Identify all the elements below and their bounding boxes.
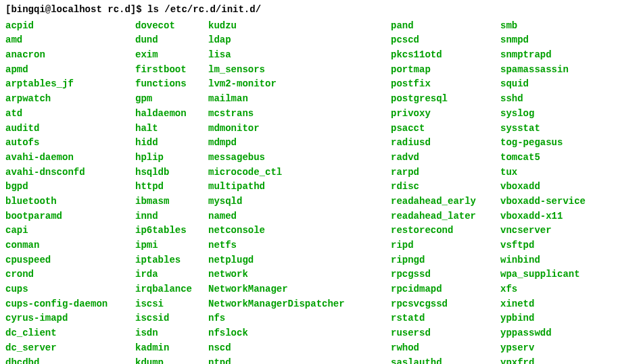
file-entry: nscd <box>208 341 391 356</box>
file-entry: conman <box>5 238 135 253</box>
file-entry: ipmi <box>135 238 208 253</box>
file-entry: vsftpd <box>500 238 613 253</box>
file-entry: lm_sensors <box>208 63 391 78</box>
file-entry: NetworkManagerDispatcher <box>208 297 391 312</box>
file-entry: halt <box>135 122 208 136</box>
file-entry: mcstrans <box>208 107 391 122</box>
file-entry: iscsid <box>135 311 208 326</box>
file-entry: netfs <box>208 238 391 253</box>
file-entry: rarpd <box>391 165 500 180</box>
file-entry: hidd <box>135 136 208 151</box>
file-entry: pcscd <box>391 33 500 48</box>
file-entry: iscsi <box>135 297 208 312</box>
file-entry: psacct <box>391 122 500 136</box>
file-entry: vboxadd-x11 <box>500 209 613 224</box>
file-entry: haldaemon <box>135 107 208 122</box>
file-entry: mailman <box>208 92 391 107</box>
file-entry: rstatd <box>391 311 500 326</box>
file-entry: named <box>208 209 391 224</box>
file-entry: dund <box>135 33 208 48</box>
terminal-prompt-line: [bingqi@localhost rc.d]$ ls /etc/rc.d/in… <box>5 3 613 18</box>
file-entry: microcode_ctl <box>208 165 391 180</box>
file-entry: netplugd <box>208 253 391 268</box>
file-entry: cups-config-daemon <box>5 297 135 312</box>
file-entry: tog-pegasus <box>500 136 613 151</box>
file-entry: avahi-dnsconfd <box>5 165 135 180</box>
file-entry: multipathd <box>208 180 391 194</box>
file-entry: rusersd <box>391 326 500 341</box>
file-entry: ripngd <box>391 253 500 268</box>
file-entry: snmpd <box>500 33 613 48</box>
file-entry: postgresql <box>391 92 500 107</box>
file-entry: arptables_jf <box>5 77 135 92</box>
file-entry: httpd <box>135 180 208 194</box>
file-entry: acpid <box>5 19 135 34</box>
file-entry: rpcidmapd <box>391 282 500 297</box>
file-entry: ibmasm <box>135 194 208 209</box>
file-entry: rpcgssd <box>391 267 500 282</box>
file-entry: autofs <box>5 136 135 151</box>
ls-output-listing: acpidamdanacronapmdarptables_jfarpwatcha… <box>5 19 613 364</box>
file-entry: netconsole <box>208 224 391 238</box>
file-entry: innd <box>135 209 208 224</box>
file-entry: bootparamd <box>5 209 135 224</box>
file-entry: mysqld <box>208 194 391 209</box>
file-entry: ldap <box>208 33 391 48</box>
file-entry: nfslock <box>208 326 391 341</box>
file-entry: crond <box>5 267 135 282</box>
file-entry: kadmin <box>135 341 208 356</box>
listing-column-5: smbsnmpdsnmptrapdspamassassinsquidsshdsy… <box>500 19 613 364</box>
file-entry: arpwatch <box>5 92 135 107</box>
listing-column-2: dovecotdundeximfirstbootfunctionsgpmhald… <box>135 19 208 364</box>
file-entry: privoxy <box>391 107 500 122</box>
file-entry: hplip <box>135 151 208 165</box>
prompt-user-host: [bingqi@localhost rc.d]$ <box>5 4 142 15</box>
file-entry: rpcsvcgssd <box>391 297 500 312</box>
file-entry: saslauthd <box>391 356 500 365</box>
file-entry: xinetd <box>500 297 613 312</box>
file-entry: cups <box>5 282 135 297</box>
file-entry: ip6tables <box>135 224 208 238</box>
file-entry: rwhod <box>391 341 500 356</box>
file-entry: radiusd <box>391 136 500 151</box>
file-entry: firstboot <box>135 63 208 78</box>
file-entry: mdmonitor <box>208 122 391 136</box>
file-entry: radvd <box>391 151 500 165</box>
file-entry: smb <box>500 19 613 34</box>
file-entry: readahead_early <box>391 194 500 209</box>
file-entry: rdisc <box>391 180 500 194</box>
file-entry: kudzu <box>208 19 391 34</box>
file-entry: lvm2-monitor <box>208 77 391 92</box>
file-entry: readahead_later <box>391 209 500 224</box>
file-entry: spamassassin <box>500 63 613 78</box>
file-entry: NetworkManager <box>208 282 391 297</box>
file-entry: dc_client <box>5 326 135 341</box>
file-entry: bgpd <box>5 180 135 194</box>
file-entry: wpa_supplicant <box>500 267 613 282</box>
file-entry: xfs <box>500 282 613 297</box>
listing-column-3: kudzuldaplisalm_sensorslvm2-monitormailm… <box>208 19 391 364</box>
file-entry: atd <box>5 107 135 122</box>
file-entry: amd <box>5 33 135 48</box>
file-entry: cpuspeed <box>5 253 135 268</box>
file-entry: ypxfrd <box>500 356 613 365</box>
file-entry: hsqldb <box>135 165 208 180</box>
file-entry: iptables <box>135 253 208 268</box>
file-entry: kdump <box>135 356 208 365</box>
file-entry: syslog <box>500 107 613 122</box>
listing-column-1: acpidamdanacronapmdarptables_jfarpwatcha… <box>5 19 135 364</box>
file-entry: exim <box>135 48 208 63</box>
file-entry: yppasswdd <box>500 326 613 341</box>
file-entry: portmap <box>391 63 500 78</box>
file-entry: bluetooth <box>5 194 135 209</box>
file-entry: vncserver <box>500 224 613 238</box>
file-entry: pand <box>391 19 500 34</box>
file-entry: network <box>208 267 391 282</box>
file-entry: auditd <box>5 122 135 136</box>
file-entry: irda <box>135 267 208 282</box>
file-entry: irqbalance <box>135 282 208 297</box>
file-entry: tomcat5 <box>500 151 613 165</box>
file-entry: lisa <box>208 48 391 63</box>
file-entry: ntpd <box>208 356 391 365</box>
file-entry: dhcdbd <box>5 356 135 365</box>
